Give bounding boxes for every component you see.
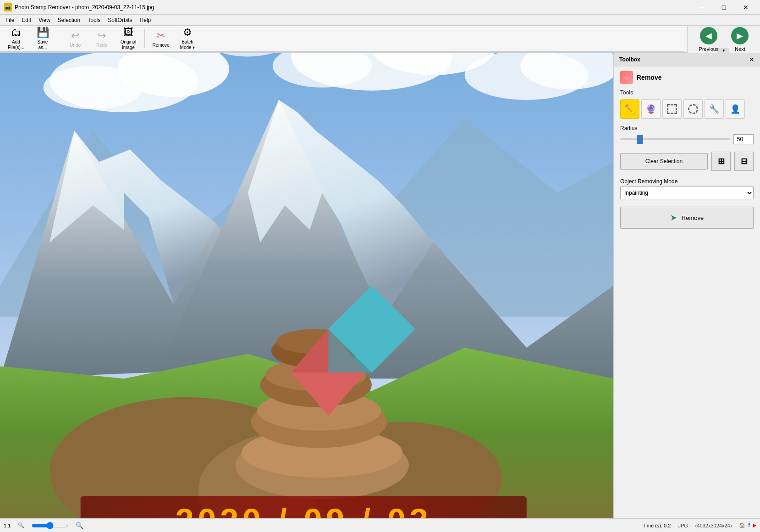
pencil-icon: ✏️ xyxy=(625,104,635,114)
menu-view[interactable]: View xyxy=(35,16,54,24)
menu-selection[interactable]: Selection xyxy=(54,16,84,24)
undo-label: Undo xyxy=(70,43,81,48)
menu-softorbits[interactable]: SoftOrbits xyxy=(104,16,136,24)
tools-section-label: Tools xyxy=(620,89,754,96)
original-label: OriginalImage xyxy=(121,39,136,50)
remove-section-label: Remove xyxy=(637,74,661,81)
previous-icon: ◀ xyxy=(700,27,717,44)
stamp-icon: 🔧 xyxy=(709,104,719,114)
svg-rect-36 xyxy=(626,74,628,81)
invert-select-icon: ⊟ xyxy=(741,156,748,166)
remove-section-icon xyxy=(620,71,633,84)
social-icon-1[interactable]: f xyxy=(748,522,750,528)
previous-label: Previous xyxy=(699,46,719,52)
menu-tools[interactable]: Tools xyxy=(84,16,104,24)
menu-help[interactable]: Help xyxy=(136,16,155,24)
next-button[interactable]: ▶ Next xyxy=(727,25,752,54)
redo-icon: ↪ xyxy=(98,30,106,42)
pencil-tool-button[interactable]: ✏️ xyxy=(620,99,639,119)
selection-actions-row: Clear Selection ⊞ ⊟ xyxy=(620,152,754,171)
toolbox-title: Toolbox xyxy=(619,56,640,63)
zoom-controls: 1:1 xyxy=(4,523,11,528)
batch-icon: ⚙ xyxy=(183,27,192,38)
status-bar: 1:1 🔍 🔍 Time (s): 0.2 JPG (4032x3024x24)… xyxy=(0,518,760,532)
status-right: Time (s): 0.2 JPG (4032x3024x24) 🏠 f ▶ xyxy=(643,522,756,528)
tools-row: ✏️ 🔮 🔧 👤 xyxy=(620,99,754,119)
menu-file[interactable]: File xyxy=(2,16,18,24)
clone-tool-button[interactable]: 👤 xyxy=(726,99,745,119)
undo-icon: ↩ xyxy=(71,30,79,42)
share-icons: 🏠 f ▶ xyxy=(739,522,756,528)
time-label: Time (s): xyxy=(643,523,662,528)
stamp-tool-button[interactable]: 🔧 xyxy=(705,99,724,119)
select-all-button[interactable]: ⊞ xyxy=(711,152,731,171)
add-files-button[interactable]: 🗂 AddFile(s)... xyxy=(4,27,28,50)
clear-selection-button[interactable]: Clear Selection xyxy=(620,153,708,170)
remove-toolbar-button[interactable]: ✂ Remove xyxy=(149,27,173,50)
batch-mode-button[interactable]: ⚙ BatchMode ▾ xyxy=(175,27,200,50)
time-value: 0.2 xyxy=(664,523,671,528)
social-icon-2[interactable]: ▶ xyxy=(753,522,756,528)
batch-label: BatchMode ▾ xyxy=(180,39,195,50)
add-icon: 🗂 xyxy=(11,27,21,38)
radius-slider-container xyxy=(620,135,730,144)
close-button[interactable]: ✕ xyxy=(735,1,756,14)
zoom-icon-small: 🔍 xyxy=(18,522,24,528)
dimensions-label: (4032x3024x24) xyxy=(695,523,732,528)
select-all-icon: ⊞ xyxy=(718,156,725,166)
svg-point-3 xyxy=(44,66,143,110)
window-controls: — □ ✕ xyxy=(691,1,756,14)
toolbox-header: Toolbox ✕ xyxy=(614,53,760,66)
add-label: AddFile(s)... xyxy=(8,39,24,50)
invert-selection-button[interactable]: ⊟ xyxy=(734,152,754,171)
format-label: JPG xyxy=(678,523,688,528)
menu-bar: File Edit View Selection Tools SoftOrbit… xyxy=(0,15,760,26)
magic-wand-tool-button[interactable]: 🔮 xyxy=(641,99,661,119)
svg-text:2020 / 09 / 03: 2020 / 09 / 03 xyxy=(175,502,432,518)
radius-label: Radius xyxy=(620,125,754,132)
original-icon: 🖼 xyxy=(123,27,133,38)
scene-svg: 2020 / 09 / 03 xyxy=(0,53,613,518)
zoom-slider[interactable] xyxy=(32,522,68,529)
next-label: Next xyxy=(735,46,745,52)
panel-collapse-button[interactable]: ▼ xyxy=(718,48,729,53)
zoom-icon-large: 🔍 xyxy=(76,522,83,529)
toolbox-close-button[interactable]: ✕ xyxy=(749,56,754,63)
zoom-level: 1:1 xyxy=(4,523,11,528)
minimize-button[interactable]: — xyxy=(691,1,712,14)
redo-button[interactable]: ↪ Redo xyxy=(89,27,114,50)
toolbox-panel: Toolbox ✕ Remove Tools ✏️ xyxy=(613,53,760,518)
main-layout: 2020 / 09 / 03 Toolbox ✕ Remove Tools xyxy=(0,53,760,518)
original-image-button[interactable]: 🖼 OriginalImage xyxy=(116,27,141,50)
maximize-button[interactable]: □ xyxy=(713,1,734,14)
remove-toolbar-icon: ✂ xyxy=(157,30,165,42)
save-icon: 💾 xyxy=(37,27,49,38)
nav-area: ◀ Previous ▶ Next ▼ xyxy=(687,26,760,53)
radius-track xyxy=(620,138,730,140)
rect-select-icon xyxy=(667,104,677,114)
canvas-area[interactable]: 2020 / 09 / 03 xyxy=(0,53,613,518)
clone-icon: 👤 xyxy=(730,104,740,114)
oval-select-icon xyxy=(688,104,698,114)
title-bar: 📷 Photo Stamp Remover - photo_2020-09-03… xyxy=(0,0,760,15)
radius-thumb[interactable] xyxy=(637,135,643,144)
remove-arrow-icon: ➤ xyxy=(670,213,677,223)
save-as-button[interactable]: 💾 Saveas... xyxy=(30,27,55,50)
radius-row xyxy=(620,134,754,144)
time-info: Time (s): 0.2 xyxy=(643,523,671,528)
radius-input[interactable] xyxy=(733,134,754,144)
remove-button[interactable]: ➤ Remove xyxy=(620,207,754,229)
toolbar-separator-2 xyxy=(144,29,145,48)
rect-select-tool-button[interactable] xyxy=(662,99,682,119)
menu-edit[interactable]: Edit xyxy=(18,16,35,24)
remove-button-label: Remove xyxy=(682,214,704,221)
toolbar-separator-1 xyxy=(59,29,59,48)
home-icon[interactable]: 🏠 xyxy=(739,522,745,528)
app-icon: 📷 xyxy=(4,3,12,11)
oval-select-tool-button[interactable] xyxy=(683,99,703,119)
undo-button[interactable]: ↩ Undo xyxy=(63,27,88,50)
next-icon: ▶ xyxy=(731,27,749,44)
image-scene: 2020 / 09 / 03 xyxy=(0,53,613,518)
mode-label: Object Removing Mode xyxy=(620,178,754,185)
mode-select[interactable]: Inpainting Content-Aware Clone xyxy=(620,186,754,199)
